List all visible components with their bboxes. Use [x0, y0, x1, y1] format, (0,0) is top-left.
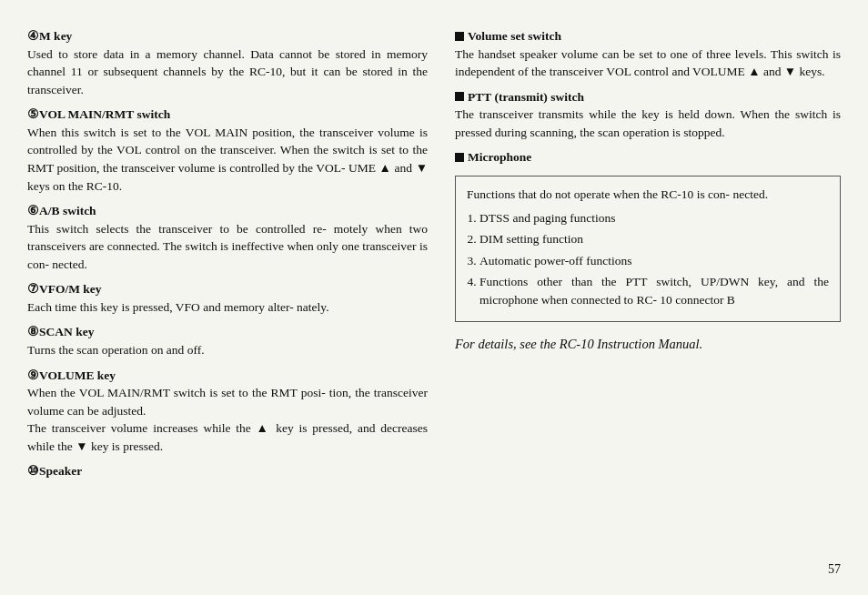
list-item: DIM setting function [479, 230, 829, 248]
vol-main-rmt-body: When this switch is set to the VOL MAIN … [27, 124, 428, 195]
volume-key-title: ⑨VOLUME key [27, 367, 428, 385]
section-vfo-m-key: ⑦VFO/M key Each time this key is pressed… [27, 280, 428, 316]
right-column: Volume set switch The handset speaker vo… [446, 27, 841, 568]
ptt-bullet-icon [455, 92, 464, 101]
section-ptt: PTT (transmit) switch The transceiver tr… [455, 88, 841, 142]
volume-key-body: When the VOL MAIN/RMT switch is set to t… [27, 384, 428, 419]
volume-set-title: Volume set switch [455, 27, 841, 45]
section-ab-switch: ⑥A/B switch This switch selects the tran… [27, 202, 428, 273]
volume-set-bullet-icon [455, 32, 464, 41]
list-item: Functions other than the PTT switch, UP/… [479, 273, 829, 308]
vfo-m-key-title: ⑦VFO/M key [27, 280, 428, 298]
section-m-key: ④M key Used to store data in a memory ch… [27, 27, 428, 98]
info-box-intro: Functions that do not operate when the R… [467, 186, 829, 204]
ptt-title-text: PTT (transmit) switch [468, 88, 584, 106]
page-number: 57 [828, 560, 841, 579]
section-volume-set: Volume set switch The handset speaker vo… [455, 27, 841, 81]
left-column: ④M key Used to store data in a memory ch… [27, 27, 446, 568]
vfo-m-key-body: Each time this key is pressed, VFO and m… [27, 298, 428, 317]
vol-main-rmt-title: ⑤VOL MAIN/RMT switch [27, 106, 428, 124]
ptt-body: The transceiver transmits while the key … [455, 106, 841, 141]
section-volume-key: ⑨VOLUME key When the VOL MAIN/RMT switch… [27, 367, 428, 456]
info-box-list: DTSS and paging functions DIM setting fu… [479, 209, 829, 309]
info-box: Functions that do not operate when the R… [455, 176, 841, 322]
m-key-body: Used to store data in a memory channel. … [27, 45, 428, 99]
scan-key-body: Turns the scan operation on and off. [27, 341, 428, 359]
microphone-title-text: Microphone [468, 148, 531, 166]
for-details: For details, see the RC-10 Instruction M… [455, 335, 841, 354]
section-scan-key: ⑧SCAN key Turns the scan operation on an… [27, 323, 428, 358]
list-item: DTSS and paging functions [479, 209, 829, 227]
volume-set-body: The handset speaker volume can be set to… [455, 45, 841, 81]
microphone-title: Microphone [455, 148, 841, 166]
ab-switch-title: ⑥A/B switch [27, 202, 428, 220]
volume-set-title-text: Volume set switch [468, 27, 561, 45]
section-vol-main-rmt: ⑤VOL MAIN/RMT switch When this switch is… [27, 106, 428, 195]
ab-switch-body: This switch selects the transceiver to b… [27, 220, 428, 274]
m-key-title: ④M key [27, 27, 428, 45]
microphone-bullet-icon [455, 153, 464, 162]
ptt-title: PTT (transmit) switch [455, 88, 841, 106]
scan-key-title: ⑧SCAN key [27, 323, 428, 341]
list-item: Automatic power-off functions [479, 252, 829, 270]
section-speaker: ⑩Speaker [27, 462, 428, 480]
section-microphone: Microphone [455, 148, 841, 166]
page: ④M key Used to store data in a memory ch… [0, 0, 868, 595]
speaker-title: ⑩Speaker [27, 462, 428, 480]
volume-key-body2: The transceiver volume increases while t… [27, 419, 428, 455]
